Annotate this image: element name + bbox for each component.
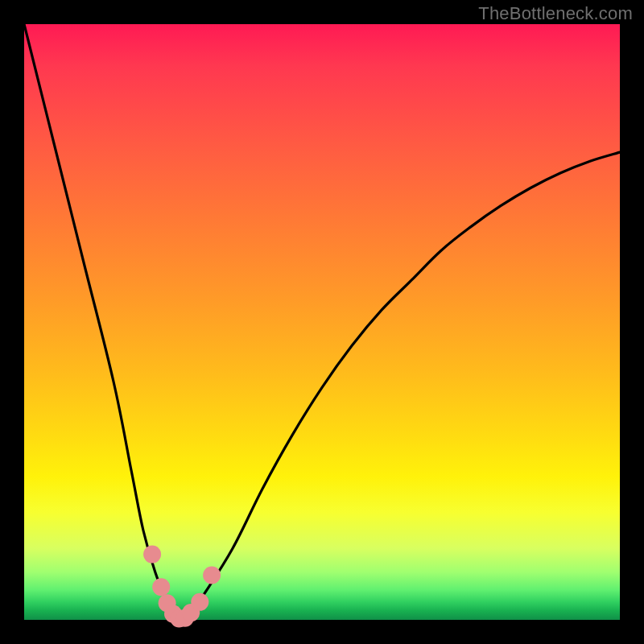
watermark-text: TheBottleneck.com (478, 3, 633, 24)
curve-path (24, 24, 620, 621)
plot-area (24, 24, 620, 620)
bottleneck-curve (24, 24, 620, 621)
highlight-marker (152, 578, 170, 596)
chart-frame: TheBottleneck.com (0, 0, 644, 644)
highlight-marker (203, 567, 221, 584)
highlight-marker (143, 546, 161, 564)
curve-layer (24, 24, 620, 620)
highlight-marker (191, 593, 208, 611)
